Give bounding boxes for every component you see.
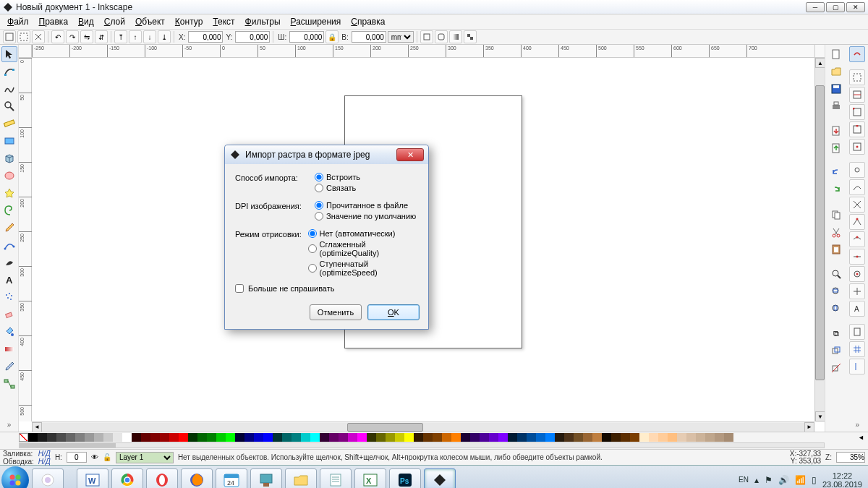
dpi-label: DPI изображения:	[235, 201, 315, 210]
svg-marker-106	[231, 150, 239, 159]
import-embed-radio[interactable]: Встроить	[315, 173, 360, 181]
render-mode-label: Режим отрисовки:	[235, 229, 308, 239]
cancel-button[interactable]: Отменить	[310, 304, 362, 320]
dialog-close-button[interactable]: ✕	[396, 148, 424, 161]
dialog-title-text: Импорт растра в формате jpeg	[245, 150, 370, 160]
render-speed-radio[interactable]: Ступенчатый (optimizeSpeed)	[308, 260, 418, 277]
dialog-app-icon	[229, 149, 241, 160]
dpi-fromfile-radio[interactable]: Прочитанное в файле	[315, 201, 416, 210]
dialog-titlebar[interactable]: Импорт растра в формате jpeg ✕	[225, 145, 428, 164]
import-mode-label: Способ импорта:	[235, 173, 315, 182]
dialog-overlay: Импорт растра в формате jpeg ✕ Способ им…	[0, 0, 868, 488]
dpi-default-radio[interactable]: Значение по умолчанию	[315, 212, 416, 221]
import-dialog: Импорт растра в формате jpeg ✕ Способ им…	[224, 145, 429, 330]
render-quality-radio[interactable]: Сглаженный (optimizeQuality)	[308, 240, 418, 257]
render-none-radio[interactable]: Нет (автоматически)	[308, 229, 418, 238]
import-link-radio[interactable]: Связать	[315, 184, 360, 192]
ok-button[interactable]: OK	[367, 304, 420, 320]
dont-ask-checkbox[interactable]: Больше не спрашивать	[235, 284, 418, 293]
